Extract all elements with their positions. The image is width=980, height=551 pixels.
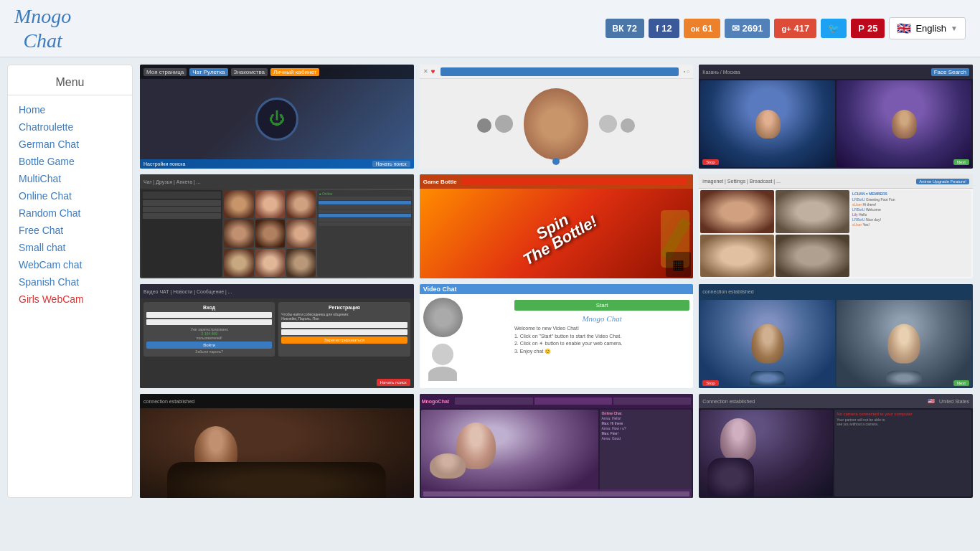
pinterest-count: 25: [867, 23, 877, 34]
thumbnail-8[interactable]: Video Chat Start Mnogo Ch: [420, 284, 694, 388]
logo[interactable]: Mnogo Chat: [14, 4, 71, 52]
person-face-1: [755, 110, 781, 138]
flag-icon: 🇬🇧: [897, 22, 911, 35]
twitter-icon: 🐦: [828, 23, 839, 34]
chat-line: xUser Yes!: [852, 222, 970, 227]
password-field[interactable]: [146, 319, 272, 325]
register-button[interactable]: Зарегистрироваться: [281, 336, 407, 344]
face-search-label: Face Search: [931, 68, 969, 76]
location-label: Казань / Москва: [702, 70, 740, 75]
sidebar-item-german-chat[interactable]: German Chat: [8, 136, 132, 153]
grid-face: [224, 220, 253, 248]
video-feed: [776, 235, 849, 278]
ok-button[interactable]: ок 61: [684, 19, 720, 38]
avatar-small-1: [477, 118, 491, 133]
thumbnail-6[interactable]: imagenet | Settings | Broadcast | ... An…: [699, 174, 973, 278]
thumbnail-2[interactable]: ✕ ♥ • ○: [420, 65, 694, 169]
sidebar-item-spanish-chat[interactable]: Spanish Chat: [8, 273, 132, 291]
mnogo-chat-label: Mnogo Chat: [514, 314, 689, 323]
game-title: Game Bottle: [423, 179, 457, 185]
mailru-button[interactable]: ✉ 2691: [725, 19, 771, 38]
sidebar-item-free-chat[interactable]: Free Chat: [8, 222, 132, 239]
registration-panel: Регистрация Чтобы найти собеседника для …: [278, 302, 410, 357]
next-button[interactable]: Next: [953, 154, 969, 166]
language-selector[interactable]: 🇬🇧 English ▼: [889, 17, 966, 39]
stop-btn[interactable]: Stop: [702, 380, 718, 386]
avatar-small-2: [495, 115, 513, 133]
close-icon: ✕: [423, 68, 428, 75]
right-panel: No camera connected to your computer You…: [834, 410, 971, 496]
vk-button[interactable]: ВК 72: [606, 19, 644, 38]
grid-face: [255, 249, 285, 277]
main-layout: Menu Home Chatroulette German Chat Bottl…: [0, 57, 980, 505]
stop-button[interactable]: Stop: [702, 154, 718, 166]
sidebar-item-bottle-game[interactable]: Bottle Game: [8, 153, 132, 170]
nav-tabs: imagenet | Settings | Broadcast | ...: [702, 179, 781, 184]
power-icon: ⏻: [269, 110, 285, 128]
avatar-small-4: [621, 118, 635, 133]
nav-item[interactable]: [613, 397, 691, 405]
sidebar-item-girls-webcam[interactable]: Girls WebCam: [8, 291, 132, 308]
pinterest-button[interactable]: P 25: [851, 19, 885, 38]
sidebar-item-webcam-chat[interactable]: WebCam chat: [8, 256, 132, 273]
chat-line: LRBotU Nice day!: [852, 217, 970, 222]
chat-line: Lily Hello: [852, 212, 970, 217]
username-field[interactable]: [146, 312, 272, 318]
thumbnail-10[interactable]: connection established: [140, 394, 414, 498]
social-bar: ВК 72 f 12 ок 61 ✉ 2691 g+ 417 🐦 P 25 🇬🇧…: [606, 17, 966, 39]
language-label: English: [915, 23, 946, 34]
indicator-dot: [552, 158, 560, 165]
left-video-feed: [700, 300, 835, 387]
chat-line: LRBotU Greeting Foot Fun: [852, 197, 970, 202]
chat-msg: [319, 222, 410, 226]
thumbnail-3[interactable]: Казань / Москва Face Search Stop: [699, 65, 973, 169]
sidebar-item-multichat[interactable]: MultiChat: [8, 170, 132, 187]
sidebar-item-random-chat[interactable]: Random Chat: [8, 204, 132, 222]
thumbnail-12[interactable]: Connection established 🇺🇸 United States …: [699, 394, 973, 498]
nav-item[interactable]: [534, 397, 612, 405]
us-flag-icon: 🇺🇸: [928, 398, 935, 405]
main-video: [140, 408, 414, 498]
twitter-button[interactable]: 🐦: [821, 19, 847, 38]
conn-label: Connection established: [702, 399, 755, 404]
thumbnail-1[interactable]: Моя страница Чат Рулетка Знакомства Личн…: [140, 65, 414, 169]
search-action[interactable]: Начать поиск: [377, 379, 410, 386]
video-feed: [700, 235, 774, 278]
chat-user: Max: Hi there: [601, 421, 690, 425]
page-tabs: Видео ЧАТ | Новости | Сообщение | ...: [143, 289, 232, 294]
reg-name[interactable]: [281, 322, 407, 328]
sidebar-item-chatroulette[interactable]: Chatroulette: [8, 118, 132, 136]
thumbnail-5[interactable]: Game Bottle SpinThe Bottle! ▦: [420, 174, 694, 278]
chat-msg: [319, 209, 410, 213]
start-button[interactable]: Start: [514, 300, 689, 311]
logo-line2: Chat: [14, 29, 71, 53]
avatar-small-3: [599, 115, 617, 133]
message-input[interactable]: [423, 491, 690, 496]
sidebar-item-small-chat[interactable]: Small chat: [8, 239, 132, 256]
sidebar-item-home[interactable]: Home: [8, 101, 132, 118]
thumbnail-9[interactable]: connection established Stop: [699, 284, 973, 388]
login-button[interactable]: Войти: [146, 342, 272, 349]
thumbnail-11[interactable]: MnogoChat: [420, 394, 694, 498]
camera-circle: ⏻: [255, 98, 298, 141]
thumbnail-4[interactable]: Чат | Друзья | Анкета | ...: [140, 174, 414, 278]
search-button[interactable]: Начать поиск: [372, 161, 410, 167]
grid-face: [286, 190, 316, 218]
main-avatar: [524, 88, 588, 160]
chat-msg: [319, 197, 410, 200]
grid-face: [224, 190, 253, 218]
googleplus-button[interactable]: g+ 417: [774, 19, 816, 38]
menu-item: [143, 200, 221, 206]
sidebar-item-online-chat[interactable]: Online Chat: [8, 187, 132, 204]
nav-item[interactable]: [455, 397, 532, 405]
tab-label: Чат Рулетка: [189, 68, 227, 76]
facebook-button[interactable]: f 12: [649, 19, 679, 38]
forgot-password[interactable]: Забыли пароль?: [146, 349, 272, 354]
next-btn[interactable]: Next: [953, 380, 969, 386]
thumbnail-7[interactable]: Видео ЧАТ | Новости | Сообщение | ... Вх…: [140, 284, 414, 388]
chat-user: Anna: How r u?: [601, 426, 690, 430]
login-panel: Вход Уже зарегестрировано2 104 489пользо…: [143, 302, 275, 357]
reg-pass[interactable]: [281, 329, 407, 335]
conn-label: connection established: [143, 399, 194, 404]
chat-status: ● Online: [319, 192, 410, 196]
